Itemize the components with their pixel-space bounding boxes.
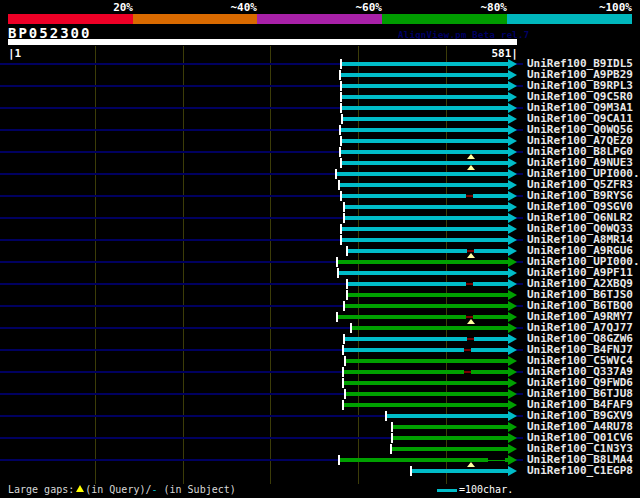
bar-arrowhead-icon: [508, 235, 517, 245]
hit-label[interactable]: UniRef100_C1EGP8: [527, 465, 633, 477]
bar-arrowhead-icon: [508, 191, 517, 201]
alignment-bar[interactable]: [344, 403, 508, 407]
bar-arrowhead-icon: [508, 70, 517, 80]
bar-arrowhead-icon: [508, 345, 517, 355]
query-gap-marker-icon: [467, 253, 475, 258]
bar-arrowhead-icon: [508, 411, 517, 421]
alignment-bar[interactable]: [343, 117, 508, 121]
bar-arrowhead-icon: [508, 400, 517, 410]
bar-arrowhead-icon: [508, 268, 517, 278]
gridline-100char: [446, 46, 447, 484]
scale-sample-label: =100char.: [459, 484, 513, 495]
subject-gap-thin-line: [488, 460, 505, 461]
alignment-bar[interactable]: [346, 392, 508, 396]
alignment-bar[interactable]: [345, 337, 508, 341]
alignment-bar[interactable]: [348, 293, 508, 297]
alignment-bar[interactable]: [348, 249, 508, 253]
subject-gap-dash: [466, 316, 473, 318]
bar-arrowhead-icon: [508, 147, 517, 157]
subject-gap-dash: [466, 195, 473, 197]
alignment-bar[interactable]: [342, 227, 508, 231]
alignment-bar[interactable]: [342, 139, 508, 143]
query-gap-marker-icon: [467, 319, 475, 324]
alignment-bar[interactable]: [345, 304, 508, 308]
alignment-bar[interactable]: [341, 150, 508, 154]
bar-arrowhead-icon: [508, 422, 517, 432]
bar-arrowhead-icon: [508, 444, 517, 454]
bar-arrowhead-icon: [508, 202, 517, 212]
subject-gap-dash: [467, 250, 474, 252]
gridline-100char: [358, 46, 359, 484]
bar-arrowhead-icon: [508, 103, 517, 113]
alignment-bar[interactable]: [341, 128, 508, 132]
alignment-bar[interactable]: [338, 260, 508, 264]
alignment-bar[interactable]: [346, 359, 508, 363]
alignment-bar[interactable]: [339, 271, 508, 275]
bar-arrowhead-icon: [508, 136, 517, 146]
query-gap-marker-icon: [467, 165, 475, 170]
query-gap-marker-icon: [467, 462, 475, 467]
bar-arrowhead-icon: [508, 114, 517, 124]
bar-arrowhead-icon: [508, 312, 517, 322]
alignment-bar[interactable]: [340, 183, 508, 187]
bar-arrowhead-icon: [508, 455, 517, 465]
alignment-bar[interactable]: [345, 216, 508, 220]
gridline-100char: [270, 46, 271, 484]
gridline-100char: [183, 46, 184, 484]
alignment-bar[interactable]: [342, 238, 508, 242]
alignment-bar[interactable]: [393, 436, 508, 440]
alignment-plot: UniRef100_B9IDL5UniRef100_A9PB29UniRef10…: [0, 0, 640, 498]
bar-arrowhead-icon: [508, 92, 517, 102]
alignment-bar[interactable]: [342, 62, 508, 66]
alignment-overview-screen: 20%~40%~60%~80%~100% BP052300 AlignView.…: [0, 0, 640, 498]
bar-arrowhead-icon: [508, 59, 517, 69]
query-gap-legend-icon: [76, 485, 84, 492]
alignment-bar[interactable]: [387, 414, 508, 418]
bar-arrowhead-icon: [508, 367, 517, 377]
query-gap-marker-icon: [467, 154, 475, 159]
scale-sample-line: [437, 489, 457, 492]
gridline-100char: [95, 46, 96, 484]
bar-arrowhead-icon: [508, 257, 517, 267]
bar-arrowhead-icon: [508, 158, 517, 168]
bar-arrowhead-icon: [508, 125, 517, 135]
alignment-bar[interactable]: [392, 447, 508, 451]
alignment-bar[interactable]: [345, 205, 508, 209]
subject-gap-dash: [464, 371, 471, 373]
alignment-bar[interactable]: [342, 95, 508, 99]
bar-arrowhead-icon: [508, 246, 517, 256]
bar-arrowhead-icon: [508, 180, 517, 190]
bar-arrowhead-icon: [508, 334, 517, 344]
gap-legend-subject-text: (in Subject): [158, 484, 236, 495]
bar-arrowhead-icon: [508, 290, 517, 300]
alignment-bar[interactable]: [348, 282, 508, 286]
bar-arrowhead-icon: [508, 378, 517, 388]
alignment-bar[interactable]: [342, 106, 508, 110]
bar-arrowhead-icon: [508, 466, 517, 476]
alignment-bar[interactable]: [341, 73, 508, 77]
alignment-bar[interactable]: [344, 348, 508, 352]
bar-arrowhead-icon: [508, 433, 517, 443]
alignment-bar[interactable]: [412, 469, 508, 473]
alignment-bar[interactable]: [342, 194, 508, 198]
gap-legend-prefix: Large gaps:: [8, 484, 74, 495]
gap-legend: Large gaps:(in Query)/- (in Subject): [8, 483, 236, 496]
bar-arrowhead-icon: [508, 279, 517, 289]
alignment-bar[interactable]: [342, 84, 508, 88]
bar-arrowhead-icon: [508, 169, 517, 179]
bar-arrowhead-icon: [508, 213, 517, 223]
subject-gap-dash: [467, 338, 474, 340]
alignment-bar[interactable]: [338, 315, 508, 319]
bar-arrowhead-icon: [508, 389, 517, 399]
gap-legend-query-text: (in Query)/: [85, 484, 151, 495]
alignment-bar[interactable]: [340, 458, 508, 462]
alignment-bar[interactable]: [344, 370, 508, 374]
alignment-bar[interactable]: [344, 381, 508, 385]
subject-gap-dash: [466, 283, 473, 285]
alignment-bar[interactable]: [393, 425, 508, 429]
bar-arrowhead-icon: [508, 81, 517, 91]
alignment-bar[interactable]: [337, 172, 508, 176]
alignment-bar[interactable]: [352, 326, 508, 330]
alignment-bar[interactable]: [342, 161, 508, 165]
subject-gap-dash: [464, 349, 471, 351]
